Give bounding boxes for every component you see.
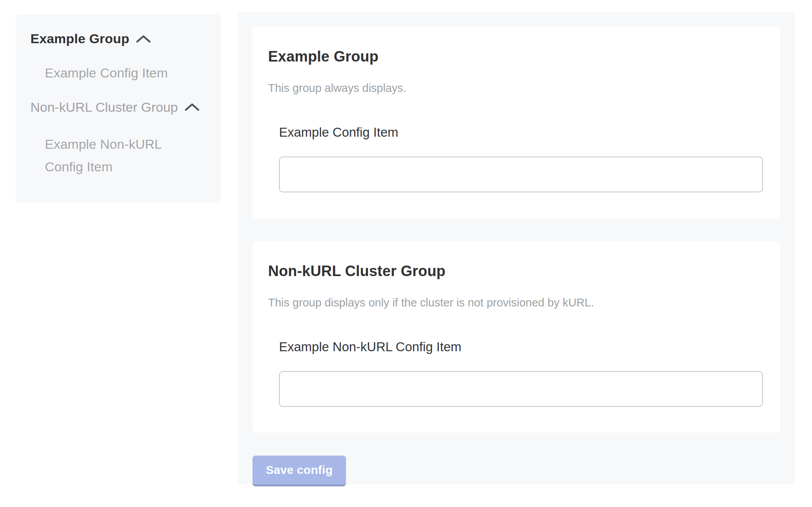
group-title: Non-kURL Cluster Group [268,262,763,281]
sidebar-group-example-group[interactable]: Example Group [30,31,205,46]
config-main-panel: Example Group This group always displays… [238,12,795,484]
example-config-item-input[interactable] [279,157,763,192]
sidebar-group-label: Non-kURL Cluster Group [30,100,178,115]
sidebar-group-non-kurl-cluster-group[interactable]: Non-kURL Cluster Group [30,100,205,115]
save-config-button[interactable]: Save config [252,456,346,486]
config-item-label: Example Config Item [279,124,763,141]
group-description: This group displays only if the cluster … [268,296,763,310]
config-item-label: Example Non-kURL Config Item [279,339,763,356]
example-non-kurl-config-item-input[interactable] [279,371,763,407]
config-group-card-example-group: Example Group This group always displays… [252,26,780,218]
config-group-card-non-kurl-cluster-group: Non-kURL Cluster Group This group displa… [252,241,780,433]
config-nav-sidebar: Example Group Example Config Item Non-kU… [16,14,221,203]
sidebar-item-example-non-kurl-config-item[interactable]: Example Non-kURL Config Item [30,133,202,178]
group-title: Example Group [268,48,763,66]
chevron-up-icon [184,102,200,112]
sidebar-group-label: Example Group [30,31,129,46]
sidebar-item-example-config-item[interactable]: Example Config Item [30,64,205,82]
chevron-up-icon [136,34,151,44]
group-description: This group always displays. [268,81,763,96]
